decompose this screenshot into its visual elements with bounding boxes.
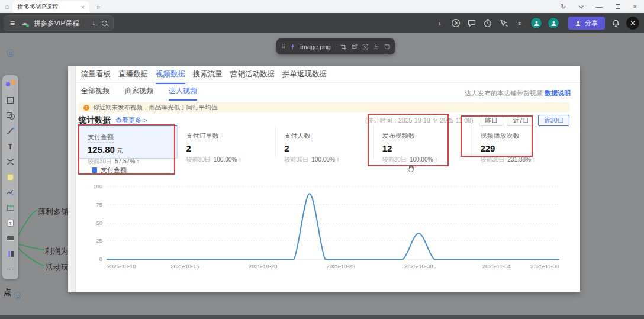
close-button[interactable]: ×	[633, 4, 637, 10]
maximize-button[interactable]	[616, 4, 620, 9]
shapes-icon[interactable]	[5, 111, 16, 121]
tab-live-data[interactable]: 直播数据	[118, 69, 148, 84]
svg-text:2025-10-20: 2025-10-20	[249, 263, 278, 269]
share-button[interactable]: 分享	[568, 17, 605, 30]
view-more-link[interactable]: 查看更多 >	[115, 116, 147, 125]
warning-bar: ! 你近期未发布视频，商品曝光低于同行平均值	[79, 102, 569, 112]
share-person-icon	[575, 20, 582, 27]
list-icon[interactable]	[5, 233, 16, 244]
notification-bell-icon[interactable]	[610, 18, 621, 28]
data-explanation-link[interactable]: 数据说明	[545, 89, 571, 96]
tab-search-traffic[interactable]: 搜索流量	[193, 69, 223, 84]
play-presentation-icon[interactable]	[450, 18, 461, 28]
card-percent: 100.00%	[311, 156, 334, 163]
tab-close-icon[interactable]: ×	[81, 4, 85, 11]
subtab-influencer-videos[interactable]: 达人视频	[169, 86, 197, 101]
tab-group-rebate-data[interactable]: 拼单返现数据	[282, 69, 327, 84]
dashboard-image[interactable]: 流量看板 直播数据 视频数据 搜索流量 营销活动数据 拼单返现数据 全部视频 商…	[68, 66, 580, 292]
close-session-button[interactable]: ✕	[626, 17, 639, 30]
card-label: 支付人数	[284, 131, 310, 141]
reload-icon[interactable]: ↻	[561, 4, 566, 10]
comment-icon[interactable]	[466, 18, 477, 28]
card-compare: 较前30日	[480, 156, 504, 163]
pin-icon[interactable]	[290, 43, 295, 50]
window-controls: ↻ — ×	[561, 4, 637, 10]
tab-video-data[interactable]: 视频数据	[156, 69, 185, 84]
collaborator-avatar[interactable]	[530, 17, 542, 29]
chevron-down-icon[interactable]	[578, 3, 583, 8]
payment-line-chart: 02550751002025-10-102025-10-152025-10-20…	[79, 176, 569, 278]
connector-icon[interactable]	[5, 126, 16, 137]
document-controls: ≡ ☁ 拼多多VIP课程 ↓	[4, 15, 114, 31]
annotation-box-published-videos	[368, 114, 449, 166]
card-percent: 100.00%	[214, 156, 237, 163]
more-tools-icon[interactable]: ···	[5, 264, 16, 275]
svg-text:75: 75	[96, 201, 102, 208]
crop-icon[interactable]	[340, 43, 346, 51]
menu-icon[interactable]: ≡	[10, 18, 15, 28]
card-value: 2	[186, 143, 191, 153]
templates-icon[interactable]	[5, 80, 16, 91]
mindmap-tool-icon[interactable]	[5, 157, 16, 167]
document-icon[interactable]: T	[5, 218, 16, 228]
mindmap-node[interactable]: 薄利多销	[38, 207, 69, 217]
columns-icon[interactable]	[5, 249, 16, 259]
search-icon[interactable]	[102, 21, 107, 26]
image-toolbar: ⠿ image.png	[276, 38, 395, 54]
annotation-box-video-plays	[461, 115, 533, 157]
up-arrow-icon: ↑	[533, 156, 536, 163]
open-panel-icon[interactable]	[384, 43, 390, 51]
tool-panel: T T ···	[2, 75, 18, 279]
collaborator-avatar[interactable]	[548, 17, 559, 29]
svg-text:2025-10-25: 2025-10-25	[326, 263, 355, 269]
card-compare: 较前30日	[284, 156, 308, 163]
frame-icon[interactable]	[5, 95, 16, 106]
emoji-sticker[interactable]	[7, 49, 14, 57]
minimize-button[interactable]: —	[596, 4, 603, 10]
laser-pointer-icon[interactable]	[498, 18, 509, 28]
zoom-fit-icon[interactable]	[362, 43, 368, 51]
up-arrow-icon: ↑	[239, 156, 242, 163]
card-percent: 231.88%	[508, 156, 531, 163]
new-tab-button[interactable]: +	[95, 2, 100, 11]
card-payment-users[interactable]: 支付人数 2 较前30日100.00% ↑	[275, 125, 373, 159]
image-filename: image.png	[300, 43, 330, 50]
svg-text:2025-11-08: 2025-11-08	[530, 263, 559, 269]
collapse-chevrons-icon[interactable]: »	[514, 18, 525, 28]
share-label: 分享	[585, 19, 598, 28]
tab-traffic-board[interactable]: 流量看板	[81, 69, 111, 84]
browser-tab[interactable]: 拼多多VIP课程 ×	[12, 1, 89, 13]
text-tool-icon[interactable]: T	[5, 141, 16, 152]
svg-text:2025-10-10: 2025-10-10	[107, 263, 136, 269]
timer-icon[interactable]	[482, 18, 493, 28]
expand-arrow-icon[interactable]: ›	[434, 18, 445, 28]
subtab-merchant-videos[interactable]: 商家视频	[125, 86, 153, 101]
tab-title: 拼多多VIP课程	[17, 3, 81, 11]
pen-icon[interactable]	[5, 187, 16, 198]
svg-text:2025-10-30: 2025-10-30	[404, 263, 433, 269]
svg-text:50: 50	[96, 220, 102, 226]
svg-text:0: 0	[99, 256, 102, 262]
note-row: 达人发布的本店铺带货视频 数据说明	[465, 89, 571, 98]
home-icon[interactable]: ⌂	[5, 3, 9, 10]
table-icon[interactable]	[5, 202, 16, 213]
tab-marketing-data[interactable]: 营销活动数据	[230, 69, 275, 84]
toolbar-right: › » 分享	[434, 17, 639, 30]
replace-image-icon[interactable]	[352, 43, 358, 51]
document-title: 拼多多VIP课程	[34, 19, 79, 28]
sub-tabs: 全部视频 商家视频 达人视频	[81, 86, 197, 101]
hand-cursor	[406, 164, 415, 175]
canvas-text-corner[interactable]: 点	[4, 287, 11, 298]
drag-handle-icon[interactable]: ⠿	[281, 43, 285, 50]
up-arrow-icon: ↑	[337, 156, 340, 163]
emoji-sticker[interactable]	[14, 292, 21, 299]
card-compare: 较前30日	[186, 156, 211, 163]
card-payment-orders[interactable]: 支付订单数 2 较前30日100.00% ↑	[178, 125, 276, 159]
subtab-all-videos[interactable]: 全部视频	[81, 86, 110, 101]
card-value: 2	[284, 143, 289, 153]
download-image-icon[interactable]	[373, 43, 379, 51]
download-icon[interactable]: ↓	[91, 19, 96, 27]
annotation-box-payment	[78, 124, 175, 175]
svg-text:25: 25	[96, 237, 102, 244]
sticky-note-icon[interactable]	[5, 172, 16, 182]
